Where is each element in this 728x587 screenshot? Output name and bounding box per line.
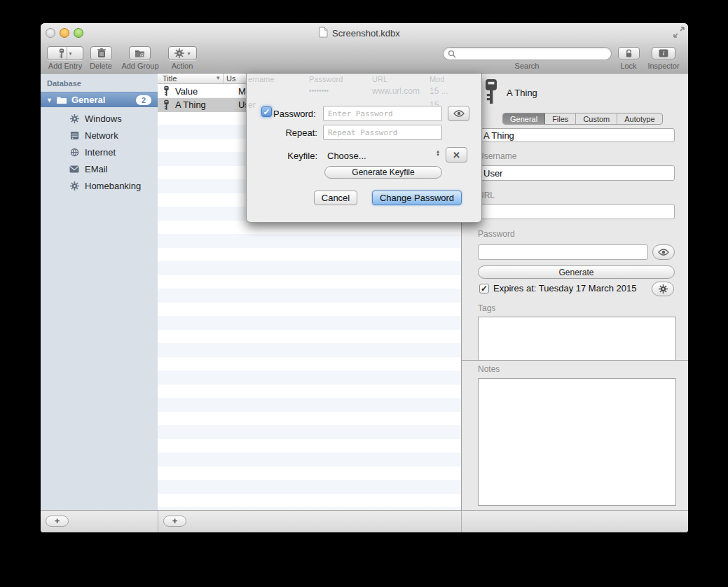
server-icon (69, 131, 80, 140)
change-password-button[interactable]: Change Password (372, 191, 462, 205)
pane-divider (461, 511, 462, 532)
eye-icon (453, 110, 465, 117)
column-divider (223, 74, 224, 84)
tab-custom[interactable]: Custom (576, 113, 617, 124)
tab-autotype[interactable]: Autotype (617, 113, 661, 124)
ghost-url: www.url.com (372, 86, 420, 96)
repeat-input[interactable] (323, 125, 442, 140)
url-field[interactable] (478, 204, 675, 219)
notes-textarea[interactable] (478, 378, 676, 506)
tab-general[interactable]: General (503, 113, 545, 124)
generate-keyfile-button[interactable]: Generate Keyfile (324, 166, 442, 179)
toolbar: ▾ ▾ (41, 43, 688, 74)
chevron-down-icon: ▾ (187, 50, 190, 57)
column-username[interactable]: Us (226, 74, 235, 83)
stepper-icon[interactable]: ▲▼ (436, 150, 440, 157)
clear-keyfile-button[interactable]: ✕ (446, 147, 467, 163)
add-entry-footer-button[interactable]: + (163, 516, 186, 527)
inspector-tabs: General Files Custom Autotype (502, 113, 663, 125)
sidebar-item-label: EMail (85, 164, 108, 174)
add-group-footer-button[interactable]: + (46, 516, 69, 527)
sidebar-item-homebanking[interactable]: Homebanking (41, 177, 158, 194)
document-icon (319, 27, 328, 38)
gear-icon (69, 114, 80, 123)
entry-title: A Thing (175, 99, 206, 110)
show-password-button[interactable] (448, 106, 469, 121)
sidebar-item-internet[interactable]: Internet (41, 144, 158, 160)
password-label: Password: (273, 109, 320, 119)
key-icon (163, 85, 170, 97)
eye-icon (658, 249, 669, 256)
search-input[interactable] (456, 48, 611, 59)
keyfile-popup[interactable]: Choose... (327, 151, 366, 161)
globe-icon (69, 148, 80, 157)
close-button[interactable] (46, 28, 55, 38)
add-entry-button[interactable]: ▾ (47, 46, 83, 60)
add-group-button[interactable] (129, 46, 151, 60)
fullscreen-icon[interactable] (673, 26, 685, 39)
cancel-button[interactable]: Cancel (314, 191, 357, 205)
show-password-button[interactable] (652, 244, 675, 260)
change-password-sheet: ername Password URL Mod •••••••• www.url… (246, 74, 482, 223)
expires-label: Expires at: Tuesday 17 March 2015 (493, 283, 637, 294)
repeat-label: Repeat: (273, 127, 317, 138)
password-field[interactable] (478, 244, 648, 260)
inspector-label: Inspector (643, 62, 684, 70)
ghost-header-username: ername (248, 75, 274, 83)
ghost-header-password: Password (309, 75, 343, 83)
tags-label: Tags (478, 303, 495, 313)
notes-label: Notes (478, 364, 500, 374)
disclosure-triangle-icon[interactable]: ▼ (46, 97, 53, 104)
keyfile-label: Keyfile: (273, 151, 317, 161)
ghost-username-rest: er (248, 100, 256, 110)
column-title[interactable]: Title (163, 74, 177, 83)
entry-count-badge: 2 (136, 95, 151, 105)
tags-textarea[interactable] (478, 317, 676, 360)
folder-icon (56, 96, 67, 104)
window-title: Screenshot.kdbx (332, 28, 400, 39)
lock-label: Lock (612, 62, 645, 70)
sidebar-item-email[interactable]: EMail (41, 160, 158, 177)
lock-open-icon (624, 49, 633, 58)
sidebar-item-label: Internet (85, 147, 116, 158)
sidebar-item-label: Windows (85, 113, 122, 124)
expires-checkbox[interactable]: ✓ (479, 284, 489, 294)
ghost-password-dots: •••••••• (309, 87, 329, 95)
action-button[interactable]: ▾ (168, 46, 197, 60)
delete-button[interactable] (90, 46, 112, 60)
tab-files[interactable]: Files (545, 113, 576, 124)
generate-button[interactable]: Generate (478, 265, 675, 279)
search-field[interactable] (443, 47, 612, 60)
sort-indicator-icon: ▾ (217, 74, 220, 81)
sidebar-item-label: Homebanking (85, 181, 141, 191)
group-label: General (71, 95, 105, 105)
minimize-button[interactable] (60, 28, 69, 38)
action-label: Action (164, 62, 200, 70)
inspector-button[interactable]: i (652, 47, 675, 60)
folder-plus-icon (135, 49, 145, 58)
mail-icon (69, 165, 80, 173)
app-window: Screenshot.kdbx ▾ (41, 23, 688, 532)
entry-title-heading: A Thing (507, 88, 537, 98)
add-group-label: Add Group (119, 62, 161, 70)
chevron-down-icon: ▾ (69, 50, 71, 57)
lock-button[interactable] (618, 47, 640, 60)
sidebar-section-header: Database (47, 79, 81, 88)
search-label: Search (506, 62, 548, 70)
gear-icon (174, 48, 184, 58)
zoom-button[interactable] (74, 28, 83, 38)
key-icon (484, 78, 498, 105)
username-field[interactable] (478, 165, 675, 181)
gear-icon (69, 181, 80, 191)
title-field[interactable] (478, 128, 675, 142)
password-input[interactable] (323, 106, 442, 121)
password-checkbox[interactable]: ✓ (261, 106, 272, 117)
gear-icon (659, 284, 668, 294)
sidebar-item-windows[interactable]: Windows (41, 110, 158, 127)
trash-icon (97, 48, 106, 58)
key-icon (58, 48, 65, 59)
expires-gear-button[interactable] (652, 282, 674, 296)
sidebar-item-network[interactable]: Network (41, 127, 158, 144)
sidebar-item-general[interactable]: ▼ General 2 (41, 92, 158, 107)
section-divider (462, 360, 688, 361)
